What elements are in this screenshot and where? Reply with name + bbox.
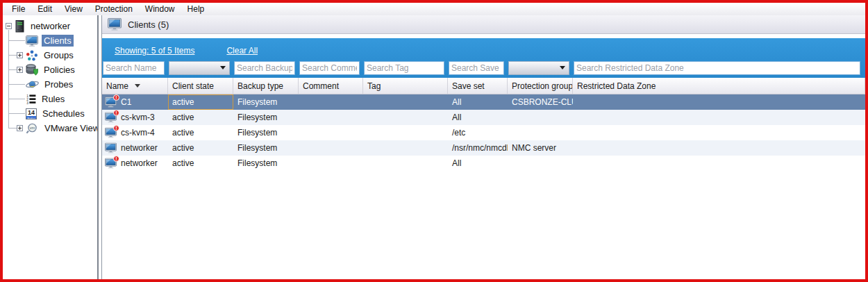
column-header-comment[interactable]: Comment (299, 78, 363, 94)
main-area: Clients (5) Showing: 5 of 5 Items Clear … (99, 15, 865, 279)
column-header-save-set[interactable]: Save set (448, 78, 508, 94)
cell-client-state: active (168, 156, 233, 171)
cell-name: ! networker (102, 156, 168, 171)
cell-protection-group-list: NMC server (508, 140, 573, 156)
server-icon (15, 20, 25, 33)
alert-icon: ! (113, 110, 119, 116)
cell-tag (363, 156, 448, 171)
probes-icon (26, 79, 39, 90)
cell-name: ! C1 (102, 94, 168, 110)
clear-all-link[interactable]: Clear All (226, 46, 258, 56)
sidebar-item-schedules[interactable]: 14 Friday Schedules (3, 106, 97, 121)
cell-restricted-data-zone (573, 156, 865, 171)
sidebar-item-groups[interactable]: Groups (3, 48, 97, 63)
cell-tag (363, 125, 448, 140)
cell-client-state: active (168, 110, 233, 125)
search-restricted-data-zone-input[interactable] (574, 61, 860, 75)
cell-save-set: All (448, 156, 508, 171)
menu-view[interactable]: View (58, 3, 89, 15)
cell-client-state: active (168, 125, 233, 140)
content-area: networker Clients (3, 15, 865, 279)
alert-icon: ! (113, 125, 119, 131)
cell-comment (299, 94, 363, 110)
alert-icon: ! (113, 156, 119, 162)
sidebar-item-probes[interactable]: Probes (3, 77, 97, 92)
column-header-protection-group-list[interactable]: Protection group list (508, 78, 573, 94)
column-header-client-state[interactable]: Client state (168, 78, 233, 94)
expand-expander-icon[interactable] (17, 67, 23, 73)
collapse-expander-icon[interactable] (6, 23, 12, 29)
search-filter-row (102, 59, 865, 76)
sidebar-item-policies[interactable]: Policies (3, 63, 97, 77)
expand-expander-icon[interactable] (17, 52, 23, 58)
table-row[interactable]: ! networker active Filesystem All (102, 156, 865, 171)
tree-label-clients: Clients (42, 35, 74, 47)
table-row[interactable]: ! cs-kvm-3 active Filesystem All (102, 110, 865, 125)
client-monitor-icon: ! (105, 127, 117, 138)
cell-restricted-data-zone (573, 140, 865, 156)
cell-backup-type: Filesystem (233, 110, 299, 125)
search-save-set-input[interactable] (449, 61, 504, 75)
column-header-backup-type[interactable]: Backup type (233, 78, 299, 94)
column-header-restricted-data-zone[interactable]: Restricted Data Zone (573, 78, 865, 94)
tree-label-groups: Groups (42, 49, 76, 61)
menu-help[interactable]: Help (181, 3, 211, 15)
search-backup-type-input[interactable] (234, 61, 295, 75)
navigation-sidebar: networker Clients (3, 15, 99, 279)
search-comment-input[interactable] (299, 61, 360, 75)
server-tree: networker Clients (3, 19, 97, 135)
vmware-magnifier-icon: vm (26, 123, 39, 134)
cell-comment (299, 125, 363, 140)
filter-bar: Showing: 5 of 5 Items Clear All (102, 38, 865, 78)
cell-save-set: /nsr/nmc/nmcdb_... (448, 140, 508, 156)
cell-comment (299, 156, 363, 171)
cell-tag (363, 140, 448, 156)
client-state-filter-dropdown[interactable] (169, 61, 230, 75)
client-monitor-icon: ! (105, 112, 117, 123)
chevron-down-icon (560, 66, 565, 69)
cell-tag (363, 94, 448, 110)
cell-client-state: active (168, 140, 233, 156)
cell-backup-type: Filesystem (233, 125, 299, 140)
sidebar-item-rules[interactable]: 1 2 3 Rules (3, 92, 97, 106)
cell-save-set: /etc (448, 125, 508, 140)
tree-label-policies: Policies (42, 64, 77, 76)
client-monitor-icon (105, 142, 117, 154)
cell-restricted-data-zone (573, 125, 865, 140)
policies-icon (26, 64, 38, 76)
client-monitor-icon: ! (105, 97, 117, 108)
cell-comment (299, 140, 363, 156)
menu-file[interactable]: File (6, 3, 31, 15)
menu-window[interactable]: Window (139, 3, 181, 15)
tree-label-probes: Probes (42, 78, 75, 90)
cell-tag (363, 110, 448, 125)
alert-icon: ! (113, 94, 119, 101)
sidebar-item-clients[interactable]: Clients (3, 33, 97, 48)
menu-edit[interactable]: Edit (31, 3, 58, 15)
search-name-input[interactable] (103, 61, 165, 75)
column-header-tag[interactable]: Tag (363, 78, 448, 94)
table-row[interactable]: ! cs-kvm-4 active Filesystem /etc (102, 125, 865, 140)
expand-expander-icon[interactable] (17, 125, 23, 131)
search-tag-input[interactable] (364, 61, 444, 75)
table-row[interactable]: networker active Filesystem /nsr/nmc/nmc… (102, 140, 865, 156)
cell-restricted-data-zone (573, 110, 865, 125)
panel-header: Clients (5) (102, 15, 865, 34)
page-title: Clients (5) (128, 19, 169, 30)
table-empty-area (102, 171, 865, 279)
showing-items-link[interactable]: Showing: 5 of 5 Items (115, 46, 194, 56)
menu-protection[interactable]: Protection (89, 3, 139, 15)
column-header-name[interactable]: Name (102, 78, 168, 94)
protection-group-filter-dropdown[interactable] (508, 61, 569, 75)
calendar-icon: 14 Friday (26, 108, 37, 119)
tree-label-rules: Rules (40, 93, 67, 105)
client-monitor-icon: ! (105, 158, 117, 169)
rules-icon: 1 2 3 (26, 94, 36, 104)
cell-protection-group-list: CSBRONZE-CLUST... (508, 94, 573, 110)
sort-desc-icon (135, 84, 140, 88)
networker-admin-window: File Edit View Protection Window Help (0, 0, 868, 282)
table-row[interactable]: ! C1 active Filesystem All CSBRONZE-CLUS… (102, 94, 865, 110)
tree-item-networker[interactable]: networker (3, 19, 97, 33)
cell-restricted-data-zone (573, 94, 865, 110)
sidebar-item-vmware-view[interactable]: vm VMware View (3, 121, 97, 135)
